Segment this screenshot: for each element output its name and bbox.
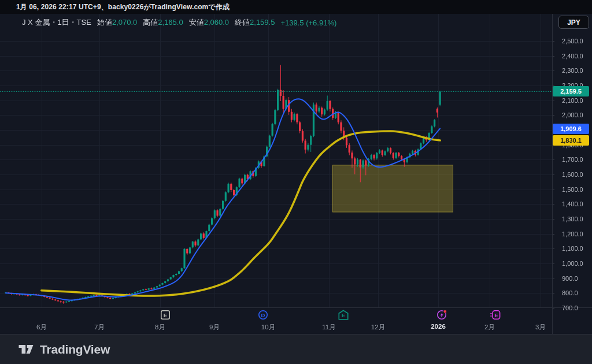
price-axis-label: 700.0 [562, 304, 578, 312]
price-axis-label: 2,000.0 [562, 111, 583, 119]
earnings-pentagon-icon[interactable]: E [338, 310, 349, 320]
time-axis-label: 2月 [484, 323, 495, 332]
price-axis-label: 900.0 [562, 274, 578, 283]
svg-text:E: E [494, 312, 498, 318]
price-axis-label: 1,300.0 [562, 215, 583, 223]
svg-text:D: D [261, 312, 265, 318]
price-axis-label: 2,400.0 [562, 52, 583, 60]
price-axis-label: 800.0 [562, 289, 578, 297]
svg-text:E: E [164, 312, 167, 318]
price-axis-label: 1,500.0 [562, 185, 583, 194]
earnings-rounded-icon[interactable]: E [490, 310, 501, 320]
footer-bar: TradingView [0, 334, 592, 364]
time-axis-label: 2026 [431, 323, 446, 330]
price-axis-separator [552, 14, 553, 334]
price-axis-label: 1,200.0 [562, 230, 583, 238]
time-axis-label: 7月 [94, 323, 105, 332]
time-axis-separator [0, 307, 592, 308]
price-axis-label: 1,600.0 [562, 170, 583, 179]
legend-open: 始値2,070.0 [97, 17, 137, 28]
tradingview-logo-icon[interactable]: TradingView [17, 342, 110, 356]
legend-low: 安値2,060.0 [189, 17, 229, 28]
snapshot-topbar: 1月 06, 2026 22:17 UTC+9、backy0226がTradin… [0, 0, 592, 14]
time-axis-label: 9月 [209, 323, 220, 332]
snapshot-attribution: 1月 06, 2026 22:17 UTC+9、backy0226がTradin… [16, 2, 230, 12]
last-price-tag: 2,159.5 [553, 86, 589, 96]
legend-high: 高値2,165.0 [143, 17, 183, 28]
price-axis-label: 1,100.0 [562, 244, 583, 252]
price-axis-label: 2,100.0 [562, 96, 583, 105]
price-axis-label: 1,700.0 [562, 155, 583, 164]
time-axis-label: 12月 [371, 323, 385, 332]
price-axis-label: 1,000.0 [562, 259, 583, 268]
tradingview-snapshot: { "attribution": "1月 06, 2026 22:17 UTC+… [0, 0, 592, 364]
svg-text:E: E [342, 312, 345, 318]
time-axis-label: 8月 [155, 323, 165, 332]
earnings-square-icon[interactable]: E [160, 310, 171, 320]
event-lightning-icon[interactable] [436, 310, 447, 320]
currency-button[interactable]: JPY [558, 16, 589, 29]
ma-blue-price-tag: 1,909.6 [553, 124, 589, 134]
time-axis-label: 6月 [36, 323, 47, 332]
price-axis-label: 2,500.0 [562, 37, 583, 45]
dividend-circle-icon[interactable]: D [258, 310, 268, 320]
ma-yellow-price-tag: 1,830.1 [553, 135, 589, 146]
brand-name: TradingView [40, 343, 110, 356]
candlestick-chart-canvas[interactable] [0, 0, 592, 364]
price-axis-label: 1,400.0 [562, 200, 583, 208]
time-axis-label: 10月 [261, 323, 275, 332]
chart-legend: J X 金属・1日・TSE 始値2,070.0 高値2,165.0 安値2,06… [22, 17, 336, 28]
time-axis-label: 11月 [322, 323, 335, 332]
legend-close: 終値2,159.5 [235, 17, 275, 28]
symbol-title[interactable]: J X 金属・1日・TSE [22, 17, 91, 28]
price-axis-label: 2,300.0 [562, 66, 583, 75]
legend-change: +139.5 (+6.91%) [280, 18, 336, 27]
time-axis-label: 3月 [535, 323, 546, 332]
